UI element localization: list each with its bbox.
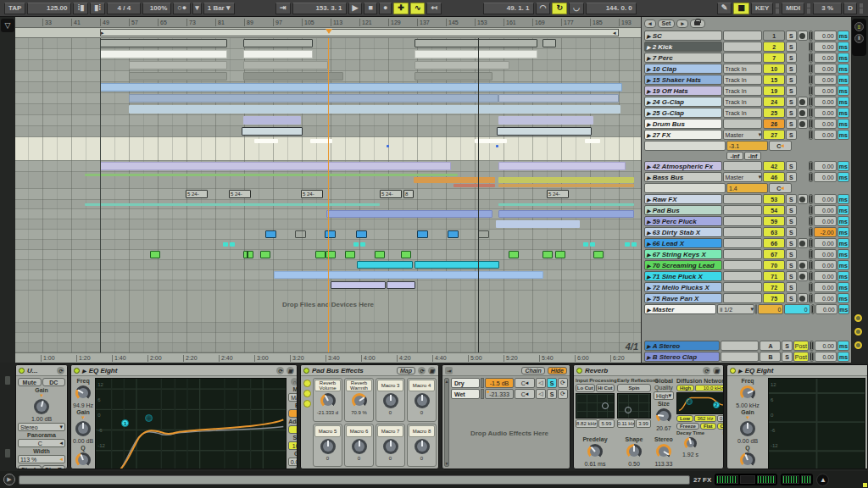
chain-button[interactable]: Chain	[521, 367, 544, 374]
track-delay-field[interactable]: 0.00	[815, 352, 837, 362]
chain-hotswap-button[interactable]: ⟳	[558, 389, 568, 399]
clip[interactable]	[498, 203, 634, 206]
reverb-shelf-display[interactable]: 1 2	[676, 392, 724, 414]
arrangement-track-lane[interactable]	[15, 93, 641, 104]
delay-unit-toggle[interactable]: ms	[837, 282, 849, 292]
track-name[interactable]: ▶B Stereo Clap	[644, 352, 720, 362]
insert-marker-triangle[interactable]	[326, 29, 332, 37]
follow-button[interactable]: ⇥	[275, 3, 291, 14]
lock-envelopes-button[interactable]	[690, 19, 705, 28]
hotswap-icon[interactable]: ⟳	[418, 367, 426, 374]
track-name[interactable]: ▶2 Kick	[644, 42, 722, 52]
chain-speaker-button[interactable]: ◁	[536, 389, 546, 399]
clip[interactable]	[295, 230, 306, 238]
xy-node[interactable]	[602, 402, 609, 409]
reverb-decay-knob[interactable]	[684, 437, 697, 450]
track-number-badge[interactable]: 1	[763, 30, 785, 41]
solo-button[interactable]: S	[786, 30, 796, 41]
time-signature-field[interactable]: 4 / 4	[107, 3, 141, 14]
delay-unit-toggle[interactable]: ms	[837, 30, 849, 41]
clip[interactable]	[542, 251, 553, 258]
track-input-field[interactable]	[723, 205, 763, 215]
unfold-triangle-icon[interactable]: ▶	[647, 132, 651, 138]
draw-mode-button[interactable]: ✎	[717, 3, 732, 14]
clip[interactable]	[230, 242, 235, 247]
returns-toggle-icon[interactable]	[854, 341, 862, 349]
live-logo-icon[interactable]: ▽	[1, 19, 14, 32]
bar-ruler[interactable]: 3341495765738189971051131211291371451531…	[15, 17, 641, 28]
arrangement-track-lane[interactable]	[15, 82, 641, 93]
arrangement-track-lane[interactable]: Drop Files and Devices Here	[15, 291, 641, 323]
metronome-menu-button[interactable]: ▾	[192, 3, 202, 14]
track-number-badge[interactable]: 26	[763, 119, 785, 129]
delay-unit-toggle[interactable]: ms	[838, 304, 849, 314]
utility-pan-field[interactable]: C◂	[18, 439, 65, 447]
quantize-menu-button[interactable]: 1 Bar ▾	[203, 3, 235, 14]
clip[interactable]	[242, 127, 303, 136]
unfold-triangle-icon[interactable]: ▶	[647, 197, 651, 202]
clip[interactable]	[100, 50, 227, 58]
track-input-field[interactable]	[723, 119, 763, 129]
track-name[interactable]: ▶SC	[644, 30, 722, 41]
reverb-high-shelf-button[interactable]: High	[676, 385, 694, 391]
delay-unit-toggle[interactable]: ms	[837, 293, 849, 303]
reverb-flat-button[interactable]: Flat	[700, 423, 716, 430]
arrangement-track-lane[interactable]	[15, 71, 641, 82]
clip[interactable]	[360, 242, 365, 247]
track-input-field[interactable]	[723, 282, 763, 292]
track-number-badge[interactable]: 66	[763, 238, 785, 248]
clip[interactable]	[243, 50, 313, 58]
track-input-field[interactable]	[723, 161, 763, 171]
reverb-high-node[interactable]: 2	[713, 402, 720, 408]
clip[interactable]	[85, 174, 458, 176]
delay-unit-toggle[interactable]: ms	[837, 130, 849, 140]
sends-toggle-icon[interactable]	[854, 328, 862, 336]
solo-button[interactable]: S	[782, 341, 792, 351]
clip[interactable]	[497, 127, 592, 136]
track-input-field[interactable]	[723, 238, 763, 248]
unfold-triangle-icon[interactable]: ▶	[647, 44, 651, 50]
track-volume-slider[interactable]: -3.1	[726, 141, 768, 151]
track-name[interactable]: ▶A Stereo	[644, 341, 720, 351]
expand-triangle-icon[interactable]: ▶	[738, 368, 743, 374]
clip[interactable]	[475, 139, 507, 143]
track-input-field[interactable]: Track In	[723, 75, 763, 85]
arrangement-track-lane[interactable]	[15, 126, 641, 137]
track-name[interactable]: ▶71 Sine Pluck X	[644, 271, 722, 281]
unfold-triangle-icon[interactable]: ▶	[647, 99, 651, 105]
loop-length-field[interactable]: 144. 0. 0	[586, 3, 637, 14]
audition-icon[interactable]: ∩	[291, 378, 298, 385]
arrangement-position-field[interactable]: 153. 3. 1	[292, 3, 347, 14]
track-input-field[interactable]: Track In	[723, 108, 763, 118]
clip[interactable]	[260, 251, 270, 258]
hotswap-icon[interactable]: ⟳	[276, 367, 284, 374]
clip[interactable]	[496, 220, 580, 228]
track-name[interactable]: ▶Drum Bus	[644, 119, 722, 129]
clip[interactable]	[590, 242, 595, 247]
clip[interactable]	[100, 39, 227, 47]
clip[interactable]: 5 24-	[380, 190, 402, 198]
unfold-triangle-icon[interactable]: ▶	[647, 252, 651, 258]
play-button[interactable]: ▶	[348, 3, 363, 14]
unfold-triangle-icon[interactable]: ▶	[647, 175, 651, 180]
clip[interactable]	[129, 94, 498, 103]
track-name[interactable]: ▶67 String Keys X	[644, 249, 722, 259]
clip[interactable]	[310, 139, 332, 143]
track-number-badge[interactable]: 10	[763, 64, 785, 74]
loop-set-button[interactable]: Set	[658, 19, 676, 28]
track-input-field[interactable]: Track In	[723, 64, 763, 74]
unfold-triangle-icon[interactable]: ▶	[647, 307, 651, 313]
track-delay-field[interactable]: 0.00	[815, 304, 837, 314]
delay-unit-toggle[interactable]: ms	[837, 352, 849, 362]
track-number-badge[interactable]: 71	[763, 271, 785, 281]
track-delay-field[interactable]: 0.00	[814, 271, 837, 281]
track-delay-field[interactable]: 0.00	[814, 97, 837, 107]
solo-button[interactable]: S	[786, 130, 796, 140]
track-number-badge[interactable]: 63	[763, 227, 785, 237]
clip[interactable]	[415, 72, 492, 80]
arrangement-track-lane[interactable]	[15, 60, 641, 71]
clip[interactable]	[331, 281, 386, 289]
track-input-field[interactable]	[721, 341, 759, 351]
track-input-field[interactable]	[723, 53, 763, 63]
eq-q-knob[interactable]	[75, 452, 91, 468]
